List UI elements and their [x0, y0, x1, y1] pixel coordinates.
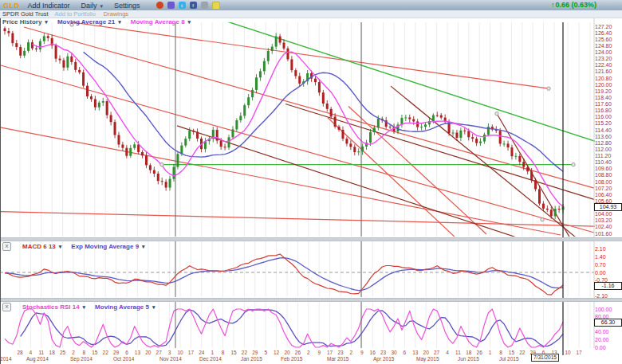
alerts-icon[interactable]: [156, 2, 163, 9]
panel-divider[interactable]: [0, 298, 622, 302]
toolbar-icons: t f: [156, 2, 220, 10]
macd-signal-dropdown[interactable]: Exp Moving Average 9: [71, 243, 144, 250]
stoch-ma-dropdown[interactable]: Moving Average 5: [95, 303, 155, 311]
stoch-panel-header: X Stochastics RSI 14 Moving Average 5: [2, 303, 156, 311]
symbol-subbar: SPDR Gold Trust Add to Portfolio Drawing…: [0, 10, 622, 18]
camera-icon[interactable]: [201, 2, 208, 9]
symbol-label: GLD: [3, 2, 20, 10]
price-panel-header: Price History Moving Average 21 Moving A…: [2, 18, 191, 25]
macd-dropdown[interactable]: MACD 6 13: [22, 243, 61, 250]
charting-app: { "toolbar":{ "symbol":"GLD", "menu_add_…: [0, 0, 622, 364]
ma8-dropdown[interactable]: Moving Average 8: [131, 18, 191, 25]
macd-panel-header: X MACD 6 13 Exp Moving Average 9: [2, 242, 145, 251]
macd-value-box: -1.16: [594, 282, 622, 290]
library-icon[interactable]: [167, 2, 175, 9]
stoch-dropdown[interactable]: Stochastics RSI 14: [22, 303, 85, 311]
last-price-box: 104.93: [594, 203, 622, 211]
price-history-dropdown[interactable]: Price History: [2, 18, 48, 25]
panel-divider[interactable]: [0, 237, 622, 241]
price-change-badge: 0.66 (0.63%): [551, 1, 596, 9]
note-icon[interactable]: [212, 2, 220, 10]
stoch-value-box: 66.30: [594, 319, 622, 327]
facebook-icon[interactable]: f: [190, 2, 197, 9]
top-toolbar: GLD Add Indicator Daily Settings t f 0.6…: [0, 0, 622, 11]
cursor-date-box: 7/31/2015: [531, 354, 559, 362]
ma21-dropdown[interactable]: Moving Average 21: [57, 18, 121, 25]
stoch-close-button[interactable]: X: [2, 303, 11, 311]
drawings-menu[interactable]: Drawings: [104, 10, 128, 18]
timeframe-dropdown[interactable]: Daily: [81, 2, 104, 10]
settings-button[interactable]: Settings: [114, 2, 140, 10]
symbol-fullname: SPDR Gold Trust: [2, 10, 49, 18]
twitter-icon[interactable]: t: [179, 2, 186, 9]
add-indicator-button[interactable]: Add Indicator: [28, 2, 70, 10]
add-to-portfolio-link[interactable]: Add to Portfolio: [55, 10, 96, 18]
macd-close-button[interactable]: X: [2, 242, 11, 251]
chart-left-edge: [0, 18, 1, 364]
